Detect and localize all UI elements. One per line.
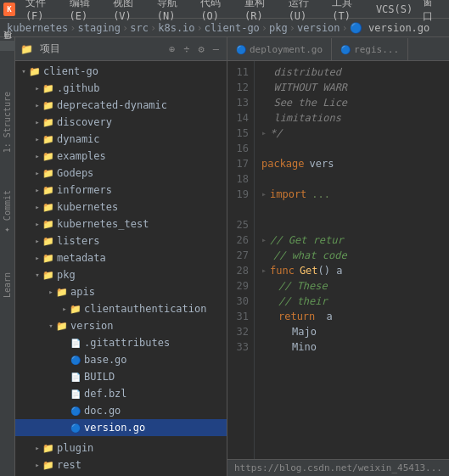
breadcrumb-k8s[interactable]: k8s.io xyxy=(158,22,194,34)
status-url: https://blog.csdn.net/weixin_45413... xyxy=(234,462,442,473)
tree-label-discovery: discovery xyxy=(57,116,112,128)
tree-arrow-kubernetes xyxy=(32,202,42,212)
tree-item-discovery[interactable]: 📁 discovery xyxy=(15,114,227,131)
breadcrumb-pkg[interactable]: pkg xyxy=(269,22,288,34)
code-line-29: // These xyxy=(261,278,442,294)
toolbar-add-btn[interactable]: ⊕ xyxy=(166,42,177,57)
tree-item-kubernetes[interactable]: 📁 kubernetes xyxy=(15,199,227,216)
tree-label-clientauth: clientauthentication xyxy=(84,303,207,315)
menu-run[interactable]: 运行(U) xyxy=(283,0,328,24)
tree-item-version-go[interactable]: 🔵 version.go xyxy=(15,419,227,436)
tree-arrow-clientauth xyxy=(59,304,70,314)
menu-code[interactable]: 代码(O) xyxy=(195,0,239,24)
folder-icon: 📁 xyxy=(20,43,33,55)
tab-regis[interactable]: 🔵 regis... xyxy=(332,38,408,60)
code-line-18 xyxy=(261,171,442,187)
tree-item-kubernetes-test[interactable]: 📁 kubernetes_test xyxy=(15,216,227,232)
tree-arrow-informers xyxy=(32,185,42,195)
tree-label-base-go: base.go xyxy=(84,354,127,366)
tree-arrow-def-bzl xyxy=(59,389,70,399)
app-logo: K xyxy=(3,3,15,16)
breadcrumb-staging[interactable]: staging xyxy=(77,22,121,34)
tab-label-regis: regis... xyxy=(354,44,399,55)
folder-icon-plugin: 📁 xyxy=(42,442,54,454)
breadcrumb-src[interactable]: src xyxy=(130,22,149,34)
file-icon-base-go: 🔵 xyxy=(70,354,81,366)
folder-icon-godeps: 📁 xyxy=(42,167,54,179)
tree-item-build[interactable]: 📄 BUILD xyxy=(15,368,227,385)
breadcrumb-client-go[interactable]: client-go xyxy=(205,22,260,34)
tree-item-apis[interactable]: 📁 apis xyxy=(15,283,227,300)
tree-item-client-go[interactable]: 📁 client-go xyxy=(15,63,227,80)
tree-item-pkg[interactable]: 📁 pkg xyxy=(15,266,227,283)
tree-item-rest[interactable]: 📁 rest xyxy=(15,456,227,473)
tree-label-deprecated: deprecated-dynamic xyxy=(57,99,167,111)
project-tab[interactable]: 项目 xyxy=(0,41,15,51)
tree-item-deprecated[interactable]: 📁 deprecated-dynamic xyxy=(15,97,227,114)
tree-item-version-folder[interactable]: 📁 version xyxy=(15,317,227,334)
tree-item-base-go[interactable]: 🔵 base.go xyxy=(15,351,227,368)
menu-vcs[interactable]: VCS(S) xyxy=(371,2,418,17)
tree-label-def-bzl: def.bzl xyxy=(84,388,127,400)
file-icon-def-bzl: 📄 xyxy=(70,388,81,400)
line-numbers: 11 12 13 14 15 16 17 18 19 · 25 26 27 28… xyxy=(227,61,255,459)
folder-icon-client-go: 📁 xyxy=(29,65,41,77)
tree-arrow-listers xyxy=(32,236,42,246)
menu-view[interactable]: 视图(V) xyxy=(108,0,152,24)
menu-file[interactable]: 文件(F) xyxy=(20,0,65,24)
code-line-12: WITHOUT WARR xyxy=(261,80,442,95)
status-bar: https://blog.csdn.net/weixin_45413... xyxy=(227,459,449,476)
tree-arrow-kubernetes-test xyxy=(32,219,42,229)
breadcrumb-version-go[interactable]: 🔵 version.go xyxy=(350,22,429,34)
tree-item-clientauth[interactable]: 📁 clientauthentication xyxy=(15,300,227,317)
folder-icon-rest: 📁 xyxy=(42,459,54,471)
tree-item-doc-go[interactable]: 🔵 doc.go xyxy=(15,402,227,419)
tree-label-github: .github xyxy=(57,82,100,94)
folder-icon-github: 📁 xyxy=(42,82,54,94)
tree-arrow-godeps xyxy=(32,168,42,178)
toolbar-split-btn[interactable]: ÷ xyxy=(181,42,192,57)
code-line-27: // what code xyxy=(261,248,442,263)
folder-icon-deprecated: 📁 xyxy=(42,99,54,111)
breadcrumb-kubernetes[interactable]: kubernetes xyxy=(7,22,68,34)
project-toolbar: 📁 项目 ⊕ ÷ ⚙ — xyxy=(15,37,227,61)
folder-icon-listers: 📁 xyxy=(42,235,54,247)
tree-item-examples[interactable]: 📁 examples xyxy=(15,148,227,165)
folder-icon-pkg: 📁 xyxy=(42,269,54,281)
project-toolbar-label: 项目 xyxy=(36,42,163,56)
menu-refactor[interactable]: 重构(R) xyxy=(239,0,283,24)
folder-icon-apis: 📁 xyxy=(56,286,68,298)
tree-item-listers[interactable]: 📁 listers xyxy=(15,232,227,249)
breadcrumb-version[interactable]: version xyxy=(297,22,340,34)
tab-deployment[interactable]: 🔵 deployment.go xyxy=(227,38,332,60)
tree-item-dynamic[interactable]: 📁 dynamic xyxy=(15,131,227,148)
toolbar-settings-btn[interactable]: ⚙ xyxy=(195,42,206,57)
tree-item-informers[interactable]: 📁 informers xyxy=(15,182,227,199)
tree-arrow-version-go xyxy=(59,423,70,433)
learn-tab[interactable]: Learn xyxy=(1,267,14,303)
tree-item-github[interactable]: 📁 .github xyxy=(15,80,227,97)
tree-arrow-doc-go xyxy=(59,406,70,416)
toolbar-collapse-btn[interactable]: — xyxy=(210,42,222,57)
commit-tab[interactable]: ✦ Commit xyxy=(1,185,14,240)
tree-label-apis: apis xyxy=(70,286,95,298)
structure-tab[interactable]: 1: Structure xyxy=(1,87,14,158)
tree-arrow-version-folder xyxy=(46,321,56,331)
menu-edit[interactable]: 编辑(E) xyxy=(65,0,109,24)
tree-arrow-metadata xyxy=(32,253,42,263)
menu-tools[interactable]: 工具(T) xyxy=(327,0,371,24)
menu-navigate[interactable]: 导航(N) xyxy=(152,0,196,24)
code-line-15: ▸ */ xyxy=(261,126,442,141)
tree-arrow-plugin xyxy=(32,443,42,453)
tree-item-plugin[interactable]: 📁 plugin xyxy=(15,440,227,456)
tree-item-gitattributes[interactable]: 📄 .gitattributes xyxy=(15,334,227,351)
code-line-30: // their xyxy=(261,294,442,309)
tree-item-def-bzl[interactable]: 📄 def.bzl xyxy=(15,385,227,402)
file-icon-version-go: 🔵 xyxy=(70,422,81,434)
tree-item-godeps[interactable]: 📁 Godeps xyxy=(15,165,227,182)
tree-label-doc-go: doc.go xyxy=(84,405,121,417)
folder-icon-informers: 📁 xyxy=(42,184,54,196)
code-line-17: package vers xyxy=(261,156,442,171)
tree-item-metadata[interactable]: 📁 metadata xyxy=(15,249,227,266)
editor-panel: 🔵 deployment.go 🔵 regis... 11 12 13 14 1… xyxy=(227,37,449,476)
